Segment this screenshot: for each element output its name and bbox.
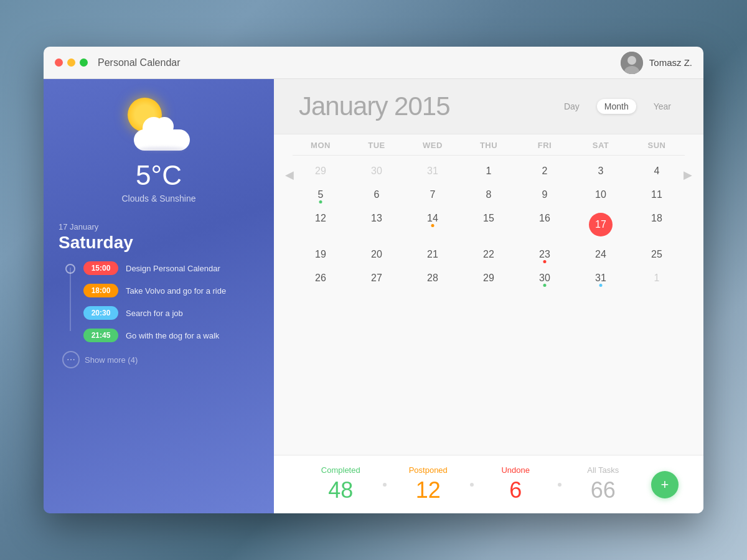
day-number: 20 <box>371 249 382 260</box>
completed-label: Completed <box>299 465 383 475</box>
day-number: 31 <box>595 273 606 284</box>
calendar-day[interactable]: 22 <box>461 243 517 266</box>
calendar-day[interactable]: 1 <box>629 266 685 290</box>
maximize-button[interactable] <box>80 58 88 67</box>
weather-description: Clouds & Sunshine <box>121 194 195 203</box>
show-more-icon: ⋯ <box>62 351 80 368</box>
calendar-day[interactable]: 16 <box>517 207 573 243</box>
calendar-day[interactable]: 21 <box>405 243 461 266</box>
today-marker: 17 <box>589 213 613 236</box>
day-number: 6 <box>374 189 380 200</box>
event-title: Search for a job <box>126 309 183 318</box>
calendar-day[interactable]: 8 <box>461 183 517 207</box>
app-window: Personal Calendar Tomasz Z. <box>44 47 703 513</box>
event-dot <box>543 260 546 263</box>
weekday-sun: SUN <box>629 141 685 150</box>
calendar-day[interactable]: 26 <box>293 266 349 290</box>
view-month-button[interactable]: Month <box>597 99 636 114</box>
calendar-day[interactable]: 23 <box>517 243 573 266</box>
weekday-tue: TUE <box>349 141 405 150</box>
main-content: 5°C Clouds & Sunshine 17 January Saturda… <box>44 79 703 513</box>
calendar-day[interactable]: 20 <box>349 243 405 266</box>
calendar-day[interactable]: 19 <box>293 243 349 266</box>
temperature: 5°C <box>136 160 182 191</box>
app-title: Personal Calendar <box>98 57 621 68</box>
all-tasks-label: All Tasks <box>561 465 646 475</box>
stat-undone: Undone 6 <box>474 465 558 503</box>
event-dot <box>543 284 546 287</box>
weekday-headers: MON TUE WED THU FRI SAT SUN <box>293 141 685 156</box>
calendar-day[interactable]: 27 <box>349 266 405 290</box>
day-number: 4 <box>654 166 660 177</box>
schedule-day: Saturday <box>59 233 259 253</box>
calendar-day[interactable]: 2 <box>517 159 573 183</box>
calendar-day[interactable]: 7 <box>405 183 461 207</box>
calendar-day[interactable]: 28 <box>405 266 461 290</box>
event-time: 20:30 <box>83 306 118 320</box>
stats-bar: Completed 48 Postponed 12 Undone 6 All T… <box>274 455 703 513</box>
calendar-day[interactable]: 10 <box>573 183 629 207</box>
calendar-day[interactable]: 5 <box>293 183 349 207</box>
day-number: 27 <box>371 273 382 284</box>
calendar-day[interactable]: 4 <box>629 159 685 183</box>
event-dot <box>431 224 434 227</box>
day-number: 11 <box>651 189 662 200</box>
day-number: 30 <box>371 166 382 177</box>
timeline-line <box>70 268 71 331</box>
calendar-day[interactable]: 29 <box>461 266 517 290</box>
calendar-day[interactable]: 6 <box>349 183 405 207</box>
stat-all: All Tasks 66 <box>561 465 646 503</box>
day-number: 8 <box>486 189 492 200</box>
postponed-label: Postponed <box>387 465 471 475</box>
stat-postponed: Postponed 12 <box>387 465 471 503</box>
calendar-day[interactable]: 17 <box>573 207 629 243</box>
calendar-day[interactable]: 18 <box>629 207 685 243</box>
cloud-icon <box>134 121 190 151</box>
calendar-day[interactable]: 30 <box>349 159 405 183</box>
day-number: 23 <box>539 249 550 260</box>
add-event-button[interactable]: + <box>651 471 679 498</box>
day-number: 10 <box>595 189 606 200</box>
day-number: 16 <box>539 213 550 224</box>
event-item[interactable]: 21:45 Go with the dog for a walk <box>59 329 259 342</box>
calendar-day[interactable]: 15 <box>461 207 517 243</box>
calendar-day[interactable]: 14 <box>405 207 461 243</box>
weekday-wed: WED <box>405 141 461 150</box>
view-day-button[interactable]: Day <box>557 99 587 114</box>
sidebar: 5°C Clouds & Sunshine 17 January Saturda… <box>44 79 274 513</box>
calendar-day[interactable]: 9 <box>517 183 573 207</box>
calendar-day[interactable]: 31 <box>573 266 629 290</box>
day-number: 30 <box>539 273 550 284</box>
calendar-day[interactable]: 11 <box>629 183 685 207</box>
calendar-day[interactable]: 30 <box>517 266 573 290</box>
day-number: 2 <box>542 166 548 177</box>
show-more-button[interactable]: ⋯ Show more (4) <box>59 351 259 368</box>
calendar-day[interactable]: 25 <box>629 243 685 266</box>
calendar-day[interactable]: 24 <box>573 243 629 266</box>
view-year-button[interactable]: Year <box>646 99 679 114</box>
calendar-day[interactable]: 31 <box>405 159 461 183</box>
event-item[interactable]: 15:00 Design Personal Calendar <box>59 261 259 275</box>
traffic-lights <box>55 58 88 67</box>
event-title: Go with the dog for a walk <box>126 331 219 340</box>
timeline: 15:00 Design Personal Calendar 18:00 Tak… <box>59 261 259 368</box>
calendar-day[interactable]: 29 <box>293 159 349 183</box>
weekday-sat: SAT <box>573 141 629 150</box>
day-number: 29 <box>315 166 326 177</box>
event-item[interactable]: 20:30 Search for a job <box>59 306 259 320</box>
weekday-mon: MON <box>293 141 349 150</box>
event-dot <box>599 284 602 287</box>
calendar-day[interactable]: 13 <box>349 207 405 243</box>
day-number: 14 <box>427 213 438 224</box>
minimize-button[interactable] <box>67 58 75 67</box>
calendar-body: ◀ ▶ MON TUE WED THU FRI SAT SUN 29303112… <box>274 134 703 455</box>
calendar-day[interactable]: 12 <box>293 207 349 243</box>
day-number: 21 <box>427 249 438 260</box>
calendar-day[interactable]: 3 <box>573 159 629 183</box>
plus-icon: + <box>661 478 669 492</box>
day-number: 31 <box>427 166 438 177</box>
calendar-day[interactable]: 1 <box>461 159 517 183</box>
event-title: Take Volvo and go for a ride <box>126 286 226 296</box>
event-item[interactable]: 18:00 Take Volvo and go for a ride <box>59 284 259 297</box>
close-button[interactable] <box>55 58 63 67</box>
